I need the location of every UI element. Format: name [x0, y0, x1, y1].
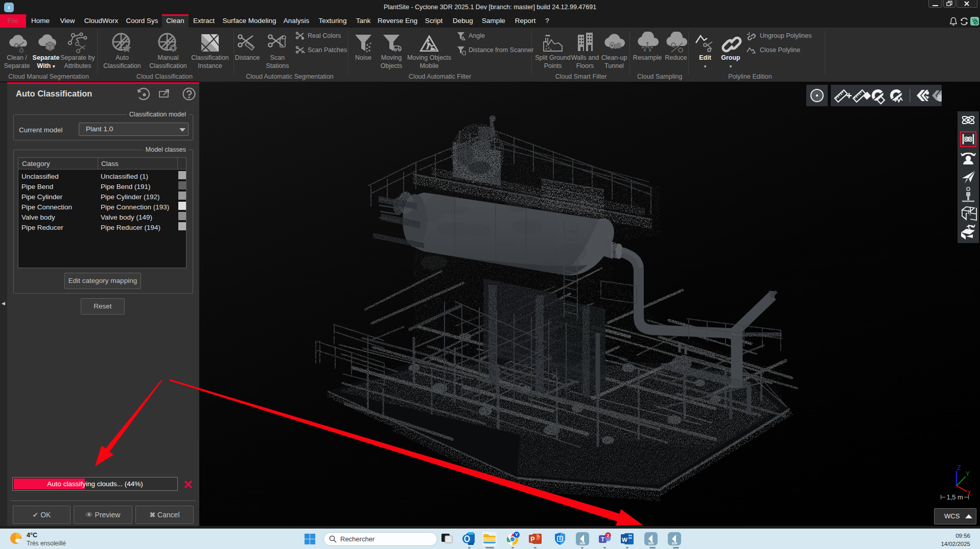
svg-text:P: P [530, 536, 534, 543]
svg-text:3DR: 3DR [671, 542, 677, 545]
svg-text:Y: Y [515, 532, 518, 537]
svg-text:3DR: 3DR [648, 542, 654, 545]
svg-text:T: T [601, 536, 604, 542]
svg-text:W: W [622, 537, 627, 543]
svg-text:3DR: 3DR [579, 542, 585, 545]
svg-text:2: 2 [606, 533, 609, 538]
